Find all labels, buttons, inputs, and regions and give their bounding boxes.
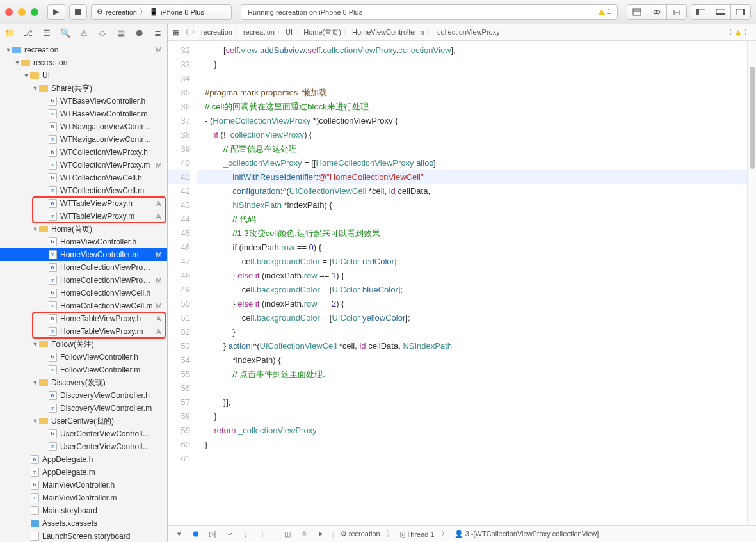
toggle-inspector[interactable]	[730, 4, 751, 20]
run-button[interactable]	[47, 4, 65, 20]
tree-row[interactable]: mUserCenterViewController.m	[0, 440, 167, 453]
breakpoint-navigator-tab[interactable]: ⬣	[134, 28, 145, 38]
tree-row[interactable]: mFollowViewController.m	[0, 363, 167, 376]
back-icon[interactable]: 〈	[182, 28, 189, 37]
tree-row[interactable]: mWTCollectionViewCell.m	[0, 184, 167, 197]
tree-row[interactable]: mHomeTableViewProxy.mA	[0, 325, 167, 338]
breakpoints-toggle-icon[interactable]: ⬣	[191, 529, 201, 539]
symbol-navigator-tab[interactable]: ☰	[42, 28, 52, 38]
tree-row[interactable]: hHomeCollectionViewProxy.h	[0, 261, 167, 274]
zoom-window[interactable]	[31, 8, 38, 16]
location-icon[interactable]: ➤	[316, 529, 326, 539]
debug-navigator-tab[interactable]: ▤	[116, 28, 126, 38]
project-tree[interactable]: ▼recreationM▼recreation▼UI▼Share(共享)hWTB…	[0, 42, 167, 542]
navigator: 📁 ⎇ ☰ 🔍 ⚠︎ ◇ ▤ ⬣ ≣ ▼recreationM▼recreati…	[0, 24, 168, 542]
tree-row[interactable]: mWTNavigationViewController.m	[0, 133, 167, 146]
jump-bar[interactable]: ▦ 〈 〉 recreation 〉 recreation 〉 UI 〉 Hom…	[168, 24, 756, 41]
warning-icon	[736, 30, 741, 35]
tree-row[interactable]: LaunchScreen.storyboard	[0, 530, 167, 542]
close-window[interactable]	[5, 8, 13, 16]
toolbar: ⚙︎ recreation 〉 📱 iPhone 8 Plus Running …	[0, 0, 756, 24]
tree-row[interactable]: Assets.xcassets	[0, 517, 167, 530]
next-issue-icon[interactable]: 〉	[744, 28, 751, 37]
tree-row[interactable]: ▼recreation	[0, 56, 167, 69]
window-controls	[5, 8, 38, 16]
tree-row[interactable]: hWTNavigationViewController.h	[0, 120, 167, 133]
tree-row[interactable]: ▼Share(共享)	[0, 82, 167, 95]
minimize-window[interactable]	[18, 8, 26, 16]
svg-rect-2	[633, 9, 641, 15]
scheme-selector[interactable]: ⚙︎ recreation 〉 📱 iPhone 8 Plus	[91, 4, 232, 20]
tree-row[interactable]: mMainViewController.m	[0, 491, 167, 504]
editor-area: ▦ 〈 〉 recreation 〉 recreation 〉 UI 〉 Hom…	[168, 24, 756, 542]
scroll-track[interactable]	[747, 41, 756, 525]
activity-status[interactable]: Running recreation on iPhone 8 Plus 1	[241, 4, 618, 20]
report-navigator-tab[interactable]: ≣	[153, 28, 163, 38]
step-over-icon[interactable]: ⤻	[224, 529, 234, 539]
version-editor[interactable]	[666, 4, 687, 20]
tree-row[interactable]: mHomeCollectionViewProxy.mM	[0, 274, 167, 287]
debug-frame[interactable]: 👤 3 -[WTCollectionViewProxy collectionVi…	[454, 530, 599, 538]
tree-row[interactable]: Main.storyboard	[0, 504, 167, 517]
step-out-icon[interactable]: ↑	[257, 529, 268, 539]
svg-rect-7	[696, 9, 699, 15]
tree-row[interactable]: ▼Discovery(发现)	[0, 376, 167, 389]
memory-graph-icon[interactable]: ⚛︎	[299, 529, 309, 539]
tree-row[interactable]: hFollowViewController.h	[0, 351, 167, 363]
source-control-tab[interactable]: ⎇	[23, 28, 33, 38]
tree-row[interactable]: hWTCollectionViewProxy.h	[0, 146, 167, 159]
tree-row[interactable]: ▼UserCentwe(我的)	[0, 415, 167, 427]
test-navigator-tab[interactable]: ◇	[97, 28, 108, 38]
tree-row[interactable]: hAppDelegate.h	[0, 453, 167, 466]
xcode-window: ⚙︎ recreation 〉 📱 iPhone 8 Plus Running …	[0, 0, 756, 542]
code-editor[interactable]: 3233343536373839404142434445464748495051…	[168, 41, 756, 525]
step-in-icon[interactable]: ↓	[241, 529, 251, 539]
continue-icon[interactable]: ▷|	[207, 529, 218, 539]
debug-view-icon[interactable]: ◫	[282, 529, 293, 539]
tree-row[interactable]: ▼recreationM	[0, 44, 167, 56]
tree-row[interactable]: mHomeCollectionViewCell.mM	[0, 299, 167, 312]
scheme-device: iPhone 8 Plus	[161, 8, 204, 16]
code-lines[interactable]: [self.view addSubview:self.collectionVie…	[197, 41, 747, 525]
hide-debug-icon[interactable]: ▾	[174, 529, 184, 539]
project-navigator-tab[interactable]: 📁	[4, 28, 15, 38]
prev-issue-icon[interactable]: 〈	[725, 28, 732, 37]
tree-row[interactable]: hHomeViewController.h	[0, 235, 167, 248]
debug-thread[interactable]: ⎘ Thread 1	[400, 530, 435, 538]
debug-bar: ▾ ⬣ ▷| ⤻ ↓ ↑ | ◫ ⚛︎ ➤ | ⚙︎ recreation 〉 …	[168, 525, 756, 542]
svg-rect-11	[743, 9, 745, 15]
tree-row[interactable]: hWTBaseViewController.h	[0, 95, 167, 108]
status-text: Running recreation on iPhone 8 Plus	[248, 8, 362, 16]
toggle-debug-area[interactable]	[711, 4, 731, 20]
tree-row[interactable]: mWTBaseViewController.m	[0, 108, 167, 120]
warnings-badge[interactable]: 1	[599, 8, 611, 15]
tree-row[interactable]: hDiscoveryViewController.h	[0, 389, 167, 402]
tree-row[interactable]: ▼UI	[0, 69, 167, 82]
breadcrumb[interactable]: recreation 〉 recreation 〉 UI 〉 Home(首页) …	[201, 28, 500, 37]
related-items-icon[interactable]: ▦	[173, 28, 179, 36]
tree-row[interactable]: hHomeCollectionViewCell.h	[0, 287, 167, 299]
toggle-navigator[interactable]	[691, 4, 711, 20]
tree-row[interactable]: hUserCenterViewController.h	[0, 427, 167, 440]
assistant-editor[interactable]	[647, 4, 667, 20]
tree-row[interactable]: ▼Follow(关注)	[0, 338, 167, 351]
stop-button[interactable]	[69, 4, 87, 20]
forward-icon[interactable]: 〉	[191, 28, 198, 37]
tree-row[interactable]: mDiscoveryViewController.m	[0, 402, 167, 415]
svg-rect-1	[75, 9, 81, 15]
tree-row[interactable]: mWTCollectionViewProxy.mM	[0, 159, 167, 171]
scroll-thumb[interactable]	[750, 67, 755, 169]
tree-row[interactable]: hWTTableViewProxy.hA	[0, 197, 167, 210]
issue-navigator-tab[interactable]: ⚠︎	[79, 28, 89, 38]
tree-row[interactable]: hWTCollectionViewCell.h	[0, 171, 167, 184]
debug-process[interactable]: ⚙︎ recreation	[341, 530, 380, 538]
tree-row[interactable]: hMainViewController.h	[0, 479, 167, 491]
tree-row[interactable]: ▼Home(首页)	[0, 223, 167, 235]
standard-editor[interactable]	[627, 4, 647, 20]
tree-row[interactable]: hHomeTableViewProxy.hA	[0, 312, 167, 325]
line-gutter[interactable]: 3233343536373839404142434445464748495051…	[168, 41, 197, 525]
tree-row[interactable]: mHomeViewController.mM	[0, 248, 167, 261]
find-navigator-tab[interactable]: 🔍	[60, 28, 70, 38]
tree-row[interactable]: mWTTableViewProxy.mA	[0, 210, 167, 223]
tree-row[interactable]: mAppDelegate.m	[0, 466, 167, 479]
